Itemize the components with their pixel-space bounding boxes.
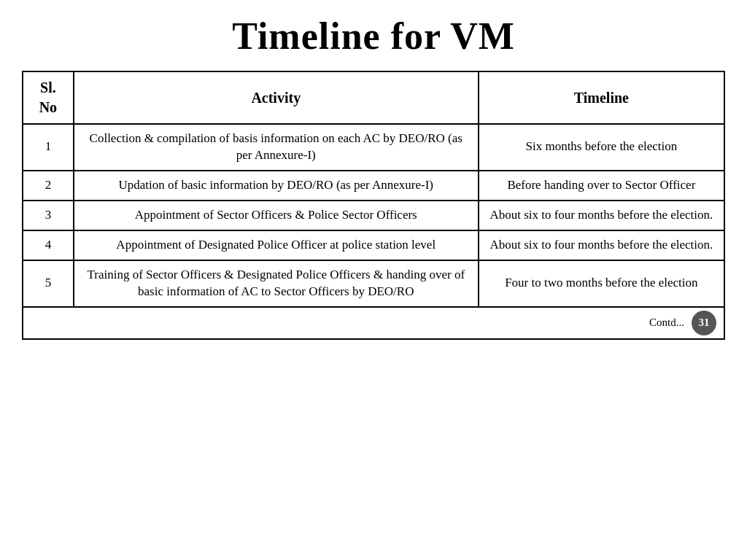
table-row: 3Appointment of Sector Officers & Police… [23,201,724,230]
footer-cell: Contd...31 [23,307,724,339]
table-row: 5Training of Sector Officers & Designate… [23,260,724,307]
cell-sl: 2 [23,171,74,201]
cell-timeline: Six months before the election [479,124,724,171]
cell-activity: Updation of basic information by DEO/RO … [74,171,479,201]
cell-activity: Appointment of Designated Police Officer… [74,230,479,260]
timeline-table: Sl. No Activity Timeline 1Collection & c… [22,71,725,340]
cell-activity: Collection & compilation of basis inform… [74,124,479,171]
cell-sl: 4 [23,230,74,260]
header-activity: Activity [74,71,479,124]
cell-timeline: Before handing over to Sector Officer [479,171,724,201]
cell-sl: 5 [23,260,74,307]
cell-activity: Appointment of Sector Officers & Police … [74,201,479,230]
cell-sl: 1 [23,124,74,171]
cell-timeline: About six to four months before the elec… [479,201,724,230]
page-title: Timeline for VM [232,15,515,58]
table-row: 2Updation of basic information by DEO/RO… [23,171,724,201]
table-row: 4Appointment of Designated Police Office… [23,230,724,260]
contd-text: Contd... [649,315,684,330]
cell-sl: 3 [23,201,74,230]
footer-row: Contd...31 [23,307,724,339]
cell-timeline: About six to four months before the elec… [479,230,724,260]
header-timeline: Timeline [479,71,724,124]
cell-activity: Training of Sector Officers & Designated… [74,260,479,307]
table-row: 1Collection & compilation of basis infor… [23,124,724,171]
header-sl: Sl. No [23,71,74,124]
cell-timeline: Four to two months before the election [479,260,724,307]
page-number: 31 [692,311,716,335]
